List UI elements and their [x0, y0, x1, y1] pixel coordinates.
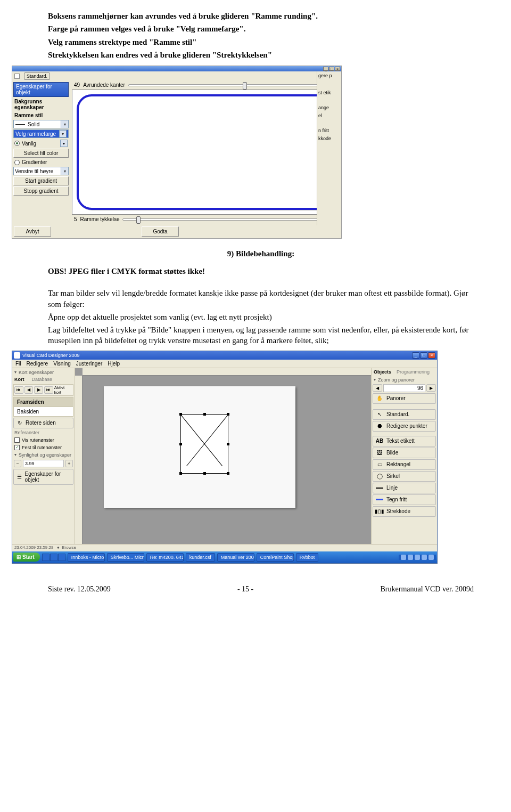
gradient-stop-button[interactable]: Stopp gradient: [13, 186, 69, 196]
ql-icon[interactable]: [42, 554, 50, 561]
freehand-tool-button[interactable]: Tegn fritt: [373, 494, 436, 505]
tab-front[interactable]: Framsiden: [14, 397, 73, 407]
radio-gradients[interactable]: Gradienter: [13, 159, 69, 166]
zoom-out-icon[interactable]: −: [14, 460, 21, 467]
frame-color-button[interactable]: Velg rammefarge ▾: [13, 129, 69, 138]
strip-item[interactable]: ange: [318, 104, 341, 111]
tray-icon[interactable]: [422, 555, 427, 560]
toolbar-standard-button[interactable]: Standard.: [24, 72, 50, 80]
taskbar-item[interactable]: Innboks - Micros...: [68, 553, 105, 562]
taskbar-item[interactable]: Rvbbot: [296, 553, 319, 562]
menu-visning[interactable]: Visning: [53, 361, 71, 367]
card-surface[interactable]: [104, 386, 295, 508]
strip-item[interactable]: kkode: [318, 135, 341, 142]
slider-thumb-icon[interactable]: [136, 216, 141, 224]
resize-handle-icon[interactable]: [203, 472, 206, 475]
maximize-icon[interactable]: □: [420, 352, 427, 359]
resize-handle-icon[interactable]: [179, 413, 182, 416]
image-field-selected[interactable]: [180, 414, 228, 474]
menu-justeringer[interactable]: Justeringer: [76, 361, 102, 367]
chevron-down-icon[interactable]: ▾: [59, 130, 67, 137]
tray-icon[interactable]: [401, 555, 406, 560]
radio-vanlig[interactable]: Vanlig ▾: [13, 139, 69, 148]
close-icon[interactable]: ×: [335, 67, 340, 71]
thickness-slider[interactable]: 5 Ramme tykkelse: [71, 216, 339, 224]
frame-style-select[interactable]: Solid ▾: [13, 120, 69, 128]
strip-item[interactable]: gere p: [318, 72, 341, 79]
cancel-button[interactable]: Avbyt: [14, 226, 51, 237]
intro-line2: Farge på rammen velges ved å bruke "Velg…: [48, 23, 474, 34]
panel-header-kort[interactable]: ▾Kort egenskaper: [13, 369, 73, 376]
tray-icon[interactable]: [428, 555, 434, 560]
rotate-button[interactable]: ↻Rotere siden: [13, 418, 73, 428]
tab-objects[interactable]: Objects: [374, 369, 391, 375]
slider-thumb-icon[interactable]: [243, 82, 247, 90]
system-tray[interactable]: [399, 555, 436, 560]
maximize-icon[interactable]: □: [329, 67, 334, 71]
resize-handle-icon[interactable]: [227, 413, 229, 416]
tray-icon[interactable]: [415, 555, 420, 560]
text-tool-button[interactable]: ABTekst etikett: [373, 436, 436, 446]
close-icon[interactable]: ×: [428, 352, 435, 359]
resize-handle-icon[interactable]: [227, 443, 229, 445]
zoom-in-icon[interactable]: +: [65, 460, 73, 467]
line-tool-button[interactable]: Linje: [373, 483, 436, 493]
panel-header-synlighet[interactable]: ▾Synlighet og egenskaper: [13, 452, 73, 458]
strip-item[interactable]: el: [318, 112, 341, 119]
zoom-value[interactable]: 3.99: [23, 460, 64, 467]
taskbar-item[interactable]: Skrivebo... Microso...: [107, 553, 144, 562]
strip-item[interactable]: st etik: [318, 90, 341, 96]
zoom-num-value[interactable]: 96: [383, 384, 425, 392]
chk-snap[interactable]: ✓Fest til rutenønster: [13, 444, 73, 451]
start-button[interactable]: ⊞Start: [13, 553, 40, 562]
resize-handle-icon[interactable]: [203, 413, 206, 416]
taskbar-item[interactable]: kunder.csf: [186, 553, 215, 562]
gradient-direction-select[interactable]: Venstre til høyre ▾: [13, 167, 69, 175]
ql-icon[interactable]: [58, 554, 65, 561]
next-icon[interactable]: ▶: [34, 386, 43, 394]
minimize-icon[interactable]: _: [323, 67, 328, 71]
tab-kort[interactable]: Kort: [14, 377, 24, 382]
first-icon[interactable]: ⏮: [14, 386, 23, 394]
circle-tool-button[interactable]: ◯Sirkel: [373, 471, 436, 482]
decrement-icon[interactable]: ◀: [373, 384, 382, 392]
last-icon[interactable]: ⏭: [44, 386, 53, 394]
resize-handle-icon[interactable]: [179, 443, 182, 445]
corner-radius-slider[interactable]: 49 Avrundede kanter: [71, 82, 339, 90]
menu-hjelp[interactable]: Hjelp: [108, 361, 120, 367]
tab-back[interactable]: Baksiden: [14, 407, 73, 416]
properties-button[interactable]: ☰Egenskaper for objekt: [13, 469, 73, 485]
taskbar-item[interactable]: CorelPaint Shop...: [257, 553, 294, 562]
standard-button[interactable]: ↖Standard.: [373, 409, 436, 420]
increment-icon[interactable]: ▶: [426, 384, 436, 392]
resize-handle-icon[interactable]: [179, 472, 182, 475]
pan-button[interactable]: ✋Panorer: [373, 393, 436, 404]
rectangle-tool-button[interactable]: ▭Rektangel: [373, 459, 436, 470]
tab-database[interactable]: Database: [32, 377, 53, 382]
taskbar-item[interactable]: Re: m4200. 641...: [146, 553, 184, 562]
barcode-tool-button[interactable]: ▮▯▮Strekkode: [373, 506, 436, 517]
chevron-down-icon[interactable]: ▾: [60, 140, 68, 147]
chevron-down-icon[interactable]: ▾: [61, 120, 68, 128]
menu-redigere[interactable]: Redigere: [27, 361, 48, 367]
design-canvas[interactable]: [75, 368, 371, 544]
chevron-down-icon[interactable]: ▾: [61, 167, 68, 175]
minimize-icon[interactable]: _: [412, 352, 419, 359]
fill-color-button[interactable]: Select fill color: [13, 149, 69, 158]
resize-handle-icon[interactable]: [227, 472, 229, 475]
menu-fil[interactable]: Fil: [15, 361, 21, 367]
strip-item[interactable]: n fritt: [318, 127, 341, 134]
ql-icon[interactable]: [50, 554, 57, 561]
edit-points-button[interactable]: ⬣Redigere punkter: [373, 421, 436, 432]
gradient-start-button[interactable]: Start gradient: [13, 176, 69, 185]
image-tool-button[interactable]: 🖼Bilde: [373, 448, 436, 458]
panel-header-zoom[interactable]: ▾Zoom og panorer: [373, 377, 436, 383]
checkbox-icon[interactable]: [14, 74, 20, 79]
chk-label: Fest til rutenønster: [22, 445, 62, 450]
tray-icon[interactable]: [408, 555, 413, 560]
prev-icon[interactable]: ◀: [24, 386, 34, 394]
taskbar-item[interactable]: Manual ver 2009...: [217, 553, 254, 562]
tab-programming[interactable]: Programmering: [397, 369, 430, 375]
chk-grid[interactable]: Vis rutenønster: [13, 437, 73, 443]
ok-button[interactable]: Godta: [142, 226, 179, 237]
